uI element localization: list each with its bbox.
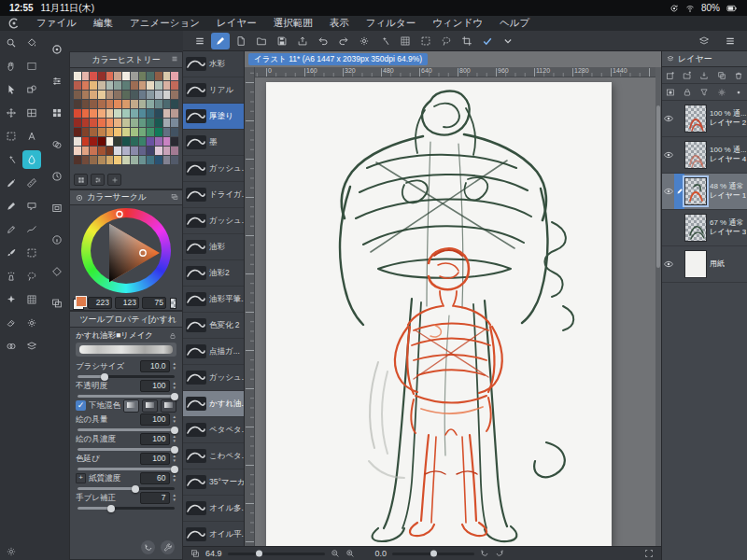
color-swatch[interactable] (131, 81, 138, 90)
param-spinner[interactable]: ▲▼ (173, 362, 176, 371)
color-swatch[interactable] (98, 137, 106, 146)
color-swatch[interactable] (147, 91, 154, 99)
layer-visibility-toggle[interactable] (662, 174, 674, 209)
sub-tool-item[interactable]: 油彩 (183, 234, 244, 260)
color-swatch[interactable] (147, 81, 154, 90)
wheel-tool[interactable] (48, 40, 66, 59)
color-swatch[interactable] (139, 72, 147, 80)
color-swatch[interactable] (98, 128, 106, 136)
droplet-tool[interactable] (22, 150, 41, 169)
color-swatch[interactable] (90, 137, 97, 146)
param-value[interactable]: 100 (140, 433, 170, 445)
sub-tool-item[interactable]: ガッシュ... (183, 156, 244, 182)
color-swatch[interactable] (90, 156, 97, 164)
color-swatch[interactable] (131, 91, 138, 99)
sv-triangle[interactable] (81, 208, 171, 298)
zoom-slider[interactable] (228, 553, 325, 555)
color-swatch[interactable] (155, 100, 162, 108)
color-swatch[interactable] (131, 119, 138, 127)
airbrush-tool[interactable] (2, 267, 21, 286)
transparent-color-chip[interactable] (170, 298, 176, 309)
zoom-in-icon[interactable] (345, 549, 355, 558)
sub-tool-item[interactable]: ドライガ... (183, 182, 244, 208)
param-slider[interactable] (78, 395, 175, 398)
color-swatch[interactable] (106, 156, 114, 164)
layer-visibility-toggle[interactable] (662, 210, 674, 245)
color-swatch[interactable] (171, 156, 178, 164)
rgb-value[interactable]: 123 (115, 297, 139, 309)
navigator-icon[interactable] (190, 549, 200, 558)
layer-visibility-toggle[interactable] (662, 246, 674, 282)
lock-layer-icon[interactable] (683, 88, 692, 97)
param-spinner[interactable]: ▲▼ (173, 382, 176, 390)
color-swatch[interactable] (147, 128, 154, 136)
brush-stroke-preview[interactable] (76, 343, 176, 357)
layer-visibility-toggle[interactable] (662, 137, 674, 173)
swatch-view-button[interactable] (74, 174, 88, 186)
param-slider[interactable] (78, 375, 175, 378)
color-history-title-bar[interactable]: カラーヒストリー (70, 52, 182, 68)
color-swatch[interactable] (139, 81, 147, 90)
new-doc-button[interactable] (232, 33, 250, 49)
canvas-tab[interactable]: イラスト 11* (A6 1447 x 2039px 350dpi 64.9%) (248, 53, 428, 65)
slider-knob[interactable] (171, 466, 178, 473)
menu-item[interactable]: アニメーション (121, 17, 208, 30)
list-view-button[interactable] (91, 174, 105, 186)
layer-row[interactable]: 用紙 (662, 246, 747, 283)
transfer-down-icon[interactable] (699, 71, 709, 80)
color-swatch[interactable] (90, 91, 97, 99)
sub-tool-item[interactable]: 油彩2 (183, 260, 244, 287)
new-folder-icon[interactable] (683, 71, 692, 80)
color-swatch[interactable] (139, 128, 147, 136)
color-swatch[interactable] (122, 91, 130, 99)
color-swatch[interactable] (131, 156, 138, 164)
sub-tool-item[interactable]: かすれ油... (183, 391, 244, 417)
layers-panel-title-bar[interactable]: レイヤー (662, 51, 747, 67)
layer-thumbnail[interactable] (684, 250, 707, 278)
color-swatch[interactable] (82, 156, 90, 164)
sub-tool-item[interactable]: ペタペタ... (183, 417, 244, 443)
param-value[interactable]: 7 (140, 492, 170, 504)
fit-to-screen-icon[interactable] (644, 549, 654, 558)
pencil-tool[interactable] (2, 220, 21, 239)
layer-thumbnail[interactable] (684, 214, 707, 242)
menu-item[interactable]: ウィンドウ (424, 17, 491, 30)
color-swatch[interactable] (106, 137, 114, 146)
scrollbar-thumb[interactable] (656, 105, 660, 268)
color-swatch[interactable] (114, 81, 121, 90)
text-tool[interactable] (22, 127, 41, 146)
color-swatch[interactable] (74, 147, 81, 155)
menu-item[interactable]: フィルター (358, 17, 424, 30)
zoom-slider-knob[interactable] (256, 551, 262, 557)
param-value[interactable]: 10.0 (140, 360, 170, 372)
color-swatch[interactable] (98, 119, 106, 127)
param-spinner[interactable]: ▲▼ (173, 494, 176, 502)
color-swatch[interactable] (74, 119, 81, 127)
color-swatch[interactable] (98, 109, 106, 118)
zoom-out-icon[interactable] (331, 549, 340, 558)
color-swatch[interactable] (171, 128, 178, 136)
sub-tool-item[interactable]: ガッシュ... (183, 208, 244, 234)
hand-tool[interactable] (2, 57, 21, 76)
slider-knob[interactable] (171, 393, 178, 400)
layer-row[interactable]: 100 % 通...レイヤー 4 (662, 137, 747, 174)
param-slider[interactable] (78, 448, 175, 451)
rotation-slider-knob[interactable] (430, 551, 437, 557)
color-swatch[interactable] (106, 109, 114, 118)
color-swatch[interactable] (122, 137, 130, 146)
color-swatch[interactable] (155, 128, 162, 136)
color-chips[interactable] (76, 296, 84, 310)
color-swatch[interactable] (171, 147, 178, 155)
color-swatch[interactable] (122, 119, 130, 127)
color-swatch[interactable] (98, 100, 106, 108)
color-swatch[interactable] (82, 81, 90, 90)
color-swatch[interactable] (171, 137, 178, 146)
color-swatch[interactable] (90, 119, 97, 127)
color-swatch[interactable] (171, 91, 178, 99)
eraser-tool[interactable] (2, 314, 21, 332)
more-icon[interactable] (734, 88, 743, 97)
panel-menu-icon[interactable] (171, 55, 178, 63)
sliders-tool[interactable] (48, 72, 66, 91)
color-swatch[interactable] (106, 128, 114, 136)
redo-button[interactable] (334, 33, 353, 49)
